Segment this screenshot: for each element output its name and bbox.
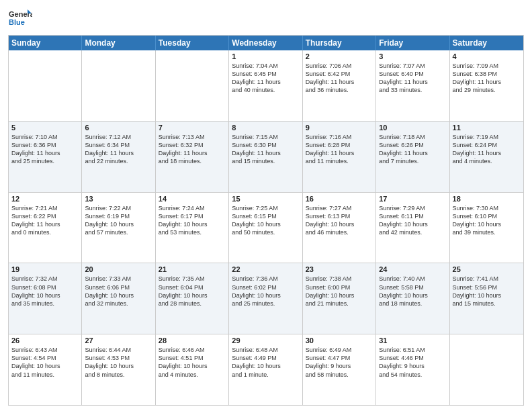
day-number: 12: [11, 195, 79, 203]
day-info: Sunrise: 7:27 AM Sunset: 6:13 PM Dayligh…: [306, 204, 373, 237]
calendar-header: SundayMondayTuesdayWednesdayThursdayFrid…: [9, 36, 523, 50]
day-info: Sunrise: 6:43 AM Sunset: 4:54 PM Dayligh…: [11, 346, 79, 379]
calendar-cell: 22Sunrise: 7:36 AM Sunset: 6:02 PM Dayli…: [229, 263, 302, 334]
day-info: Sunrise: 7:15 AM Sunset: 6:30 PM Dayligh…: [232, 133, 299, 166]
calendar-cell: 6Sunrise: 7:12 AM Sunset: 6:34 PM Daylig…: [82, 122, 155, 192]
weekday-header-saturday: Saturday: [450, 36, 523, 50]
day-number: 8: [232, 124, 299, 132]
calendar-cell: 26Sunrise: 6:43 AM Sunset: 4:54 PM Dayli…: [9, 334, 82, 405]
calendar-cell: 27Sunrise: 6:44 AM Sunset: 4:53 PM Dayli…: [82, 334, 155, 405]
day-info: Sunrise: 7:22 AM Sunset: 6:19 PM Dayligh…: [85, 204, 152, 237]
day-info: Sunrise: 7:35 AM Sunset: 6:04 PM Dayligh…: [159, 275, 226, 308]
weekday-header-wednesday: Wednesday: [229, 36, 302, 50]
calendar-row-4: 26Sunrise: 6:43 AM Sunset: 4:54 PM Dayli…: [9, 334, 523, 405]
calendar-cell: 30Sunrise: 6:49 AM Sunset: 4:47 PM Dayli…: [303, 334, 376, 405]
calendar-body: 1Sunrise: 7:04 AM Sunset: 6:45 PM Daylig…: [9, 50, 523, 405]
calendar-cell: 4Sunrise: 7:09 AM Sunset: 6:38 PM Daylig…: [450, 50, 523, 121]
calendar-cell: 16Sunrise: 7:27 AM Sunset: 6:13 PM Dayli…: [303, 193, 376, 263]
day-number: 17: [379, 195, 446, 203]
day-info: Sunrise: 7:21 AM Sunset: 6:22 PM Dayligh…: [11, 204, 79, 237]
day-info: Sunrise: 7:32 AM Sunset: 6:08 PM Dayligh…: [11, 275, 79, 308]
calendar-cell: 12Sunrise: 7:21 AM Sunset: 6:22 PM Dayli…: [9, 193, 82, 263]
logo-icon: General Blue: [8, 7, 32, 31]
day-info: Sunrise: 6:46 AM Sunset: 4:51 PM Dayligh…: [159, 346, 226, 379]
day-number: 19: [11, 265, 79, 273]
day-number: 24: [379, 265, 446, 273]
calendar-cell: 11Sunrise: 7:19 AM Sunset: 6:24 PM Dayli…: [450, 122, 523, 192]
day-info: Sunrise: 7:13 AM Sunset: 6:32 PM Dayligh…: [159, 133, 226, 166]
day-info: Sunrise: 7:30 AM Sunset: 6:10 PM Dayligh…: [453, 204, 521, 237]
calendar-cell: 15Sunrise: 7:25 AM Sunset: 6:15 PM Dayli…: [229, 193, 302, 263]
day-number: 7: [159, 124, 226, 132]
day-info: Sunrise: 7:16 AM Sunset: 6:28 PM Dayligh…: [306, 133, 373, 166]
weekday-header-sunday: Sunday: [9, 36, 82, 50]
calendar-cell: 14Sunrise: 7:24 AM Sunset: 6:17 PM Dayli…: [156, 193, 229, 263]
day-info: Sunrise: 7:40 AM Sunset: 5:58 PM Dayligh…: [379, 275, 446, 308]
day-number: 31: [379, 336, 446, 345]
day-info: Sunrise: 7:18 AM Sunset: 6:26 PM Dayligh…: [379, 133, 446, 166]
calendar-cell: [9, 50, 82, 121]
day-number: 6: [85, 124, 152, 132]
calendar-cell: [82, 50, 155, 121]
weekday-header-friday: Friday: [376, 36, 449, 50]
calendar-cell: 18Sunrise: 7:30 AM Sunset: 6:10 PM Dayli…: [450, 193, 523, 263]
day-info: Sunrise: 7:25 AM Sunset: 6:15 PM Dayligh…: [232, 204, 299, 237]
day-info: Sunrise: 7:09 AM Sunset: 6:38 PM Dayligh…: [453, 62, 521, 95]
calendar-row-0: 1Sunrise: 7:04 AM Sunset: 6:45 PM Daylig…: [9, 50, 523, 121]
calendar-cell: 31Sunrise: 6:51 AM Sunset: 4:46 PM Dayli…: [376, 334, 449, 405]
day-number: 13: [85, 195, 152, 203]
day-number: 11: [453, 124, 521, 132]
calendar-cell: [450, 334, 523, 405]
day-number: 10: [379, 124, 446, 132]
calendar-cell: 17Sunrise: 7:29 AM Sunset: 6:11 PM Dayli…: [376, 193, 449, 263]
day-number: 5: [11, 124, 79, 132]
calendar-cell: 10Sunrise: 7:18 AM Sunset: 6:26 PM Dayli…: [376, 122, 449, 192]
calendar-cell: 1Sunrise: 7:04 AM Sunset: 6:45 PM Daylig…: [229, 50, 302, 121]
weekday-header-tuesday: Tuesday: [156, 36, 229, 50]
day-number: 1: [232, 52, 299, 60]
day-info: Sunrise: 7:12 AM Sunset: 6:34 PM Dayligh…: [85, 133, 152, 166]
day-number: 15: [232, 195, 299, 203]
day-number: 25: [453, 265, 521, 273]
day-number: 23: [306, 265, 373, 273]
calendar-cell: 8Sunrise: 7:15 AM Sunset: 6:30 PM Daylig…: [229, 122, 302, 192]
day-number: 28: [159, 336, 226, 345]
calendar-cell: 28Sunrise: 6:46 AM Sunset: 4:51 PM Dayli…: [156, 334, 229, 405]
calendar-cell: 5Sunrise: 7:10 AM Sunset: 6:36 PM Daylig…: [9, 122, 82, 192]
day-info: Sunrise: 6:48 AM Sunset: 4:49 PM Dayligh…: [232, 346, 299, 379]
day-number: 27: [85, 336, 152, 345]
calendar-cell: 13Sunrise: 7:22 AM Sunset: 6:19 PM Dayli…: [82, 193, 155, 263]
day-number: 21: [159, 265, 226, 273]
day-number: 14: [159, 195, 226, 203]
calendar-cell: [156, 50, 229, 121]
calendar-cell: 3Sunrise: 7:07 AM Sunset: 6:40 PM Daylig…: [376, 50, 449, 121]
calendar-row-2: 12Sunrise: 7:21 AM Sunset: 6:22 PM Dayli…: [9, 192, 523, 263]
day-number: 18: [453, 195, 521, 203]
day-info: Sunrise: 7:41 AM Sunset: 5:56 PM Dayligh…: [453, 275, 521, 308]
calendar-cell: 9Sunrise: 7:16 AM Sunset: 6:28 PM Daylig…: [303, 122, 376, 192]
calendar-cell: 20Sunrise: 7:33 AM Sunset: 6:06 PM Dayli…: [82, 263, 155, 334]
day-info: Sunrise: 6:49 AM Sunset: 4:47 PM Dayligh…: [306, 346, 373, 379]
day-info: Sunrise: 7:24 AM Sunset: 6:17 PM Dayligh…: [159, 204, 226, 237]
day-info: Sunrise: 7:07 AM Sunset: 6:40 PM Dayligh…: [379, 62, 446, 95]
calendar: SundayMondayTuesdayWednesdayThursdayFrid…: [8, 35, 524, 406]
calendar-row-1: 5Sunrise: 7:10 AM Sunset: 6:36 PM Daylig…: [9, 121, 523, 192]
day-number: 3: [379, 52, 446, 60]
calendar-cell: 23Sunrise: 7:38 AM Sunset: 6:00 PM Dayli…: [303, 263, 376, 334]
day-info: Sunrise: 7:33 AM Sunset: 6:06 PM Dayligh…: [85, 275, 152, 308]
day-info: Sunrise: 7:10 AM Sunset: 6:36 PM Dayligh…: [11, 133, 79, 166]
svg-text:Blue: Blue: [9, 18, 25, 26]
calendar-cell: 29Sunrise: 6:48 AM Sunset: 4:49 PM Dayli…: [229, 334, 302, 405]
calendar-cell: 7Sunrise: 7:13 AM Sunset: 6:32 PM Daylig…: [156, 122, 229, 192]
day-number: 30: [306, 336, 373, 345]
calendar-cell: 24Sunrise: 7:40 AM Sunset: 5:58 PM Dayli…: [376, 263, 449, 334]
calendar-cell: 2Sunrise: 7:06 AM Sunset: 6:42 PM Daylig…: [303, 50, 376, 121]
day-number: 22: [232, 265, 299, 273]
day-number: 26: [11, 336, 79, 345]
day-info: Sunrise: 7:36 AM Sunset: 6:02 PM Dayligh…: [232, 275, 299, 308]
day-info: Sunrise: 6:51 AM Sunset: 4:46 PM Dayligh…: [379, 346, 446, 379]
calendar-cell: 25Sunrise: 7:41 AM Sunset: 5:56 PM Dayli…: [450, 263, 523, 334]
day-number: 20: [85, 265, 152, 273]
calendar-row-3: 19Sunrise: 7:32 AM Sunset: 6:08 PM Dayli…: [9, 263, 523, 334]
day-info: Sunrise: 7:19 AM Sunset: 6:24 PM Dayligh…: [453, 133, 521, 166]
